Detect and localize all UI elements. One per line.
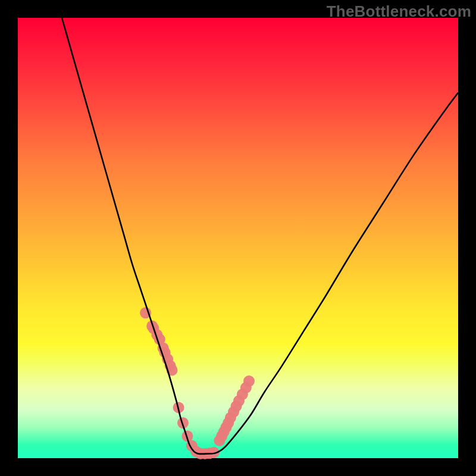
plot-area xyxy=(18,18,458,458)
bottleneck-curve xyxy=(62,18,458,454)
chart-svg xyxy=(18,18,458,458)
highlight-dots-layer xyxy=(140,307,255,459)
chart-frame: TheBottleneck.com xyxy=(0,0,476,476)
highlight-dot xyxy=(243,375,255,387)
